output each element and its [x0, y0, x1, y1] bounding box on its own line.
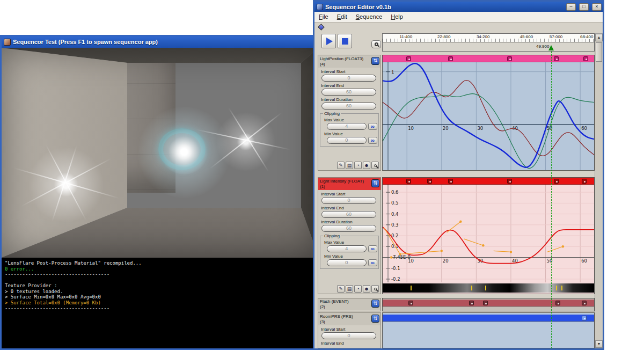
event-area-flash[interactable] — [382, 298, 595, 311]
search-icon-button[interactable] — [371, 162, 379, 169]
playhead-marker[interactable] — [548, 45, 554, 50]
editor-titlebar[interactable]: Sequencor Editor v0.1b – □ × — [314, 2, 603, 12]
keyframe-marker[interactable] — [582, 316, 587, 320]
timeline-playhead-row[interactable]: 49:900 — [382, 42, 595, 52]
tangent-handle[interactable] — [510, 251, 512, 253]
curve-editor-lightposition[interactable]: 1102030405060 — [382, 55, 595, 171]
menu-help[interactable]: Help — [386, 12, 407, 22]
menu-edit[interactable]: Edit — [333, 12, 352, 22]
track-toggle-button[interactable]: ⇅ — [371, 300, 379, 308]
stop-button[interactable] — [338, 34, 352, 48]
minimize-button[interactable]: – — [566, 3, 576, 11]
user-icon[interactable]: ☻ — [363, 162, 370, 169]
left-window-titlebar[interactable]: Sequencor Test (Press F1 to spawn sequen… — [2, 37, 319, 48]
min-value-input[interactable]: 0 — [327, 259, 367, 266]
keyframe-marker[interactable] — [582, 179, 587, 184]
curve-editor-lightintensity[interactable]: 0.60.50.40.30.20.1-7.45E-0-0.1-0.2102030… — [382, 177, 595, 294]
keyframe-marker[interactable] — [507, 179, 512, 184]
lightintensity-chart: 0.60.50.40.30.20.1-7.45E-0-0.1-0.2102030… — [383, 185, 594, 282]
axis-label: 0.6 — [391, 189, 399, 195]
keyframe-marker[interactable] — [408, 301, 413, 305]
track-header[interactable]: Light Intensity (FLOAT) (1) ⇅ — [318, 178, 380, 190]
track-header[interactable]: RoomPRS (PRS) (3) ⇅ — [318, 313, 380, 325]
scrollbar-thumb[interactable] — [596, 42, 602, 62]
keyframe-marker[interactable] — [469, 301, 474, 305]
keyframe-marker[interactable] — [555, 301, 560, 305]
keyframe-marker[interactable] — [448, 179, 453, 184]
interval-duration-input[interactable]: 60 — [321, 225, 376, 232]
min-value-input[interactable]: 0 — [327, 137, 367, 144]
interval-duration-input[interactable]: 60 — [321, 103, 376, 110]
tangent-handle[interactable] — [390, 256, 392, 258]
menu-sequence[interactable]: Sequence — [352, 12, 387, 22]
maximize-button[interactable]: □ — [579, 3, 589, 11]
max-value-input[interactable]: 4 — [327, 123, 367, 130]
tangent-handle[interactable] — [562, 245, 564, 247]
max-value-input[interactable]: 4 — [327, 245, 367, 252]
palette-icon[interactable]: ▤ — [346, 285, 353, 293]
interval-start-input[interactable]: 0 — [321, 197, 376, 204]
scroll-down-button[interactable]: ▼ — [595, 340, 603, 348]
track-bar[interactable] — [383, 55, 594, 62]
clock-icon[interactable]: ◔ — [354, 162, 362, 169]
track-toggle-button[interactable]: ⇅ — [371, 315, 379, 323]
interval-end-label: Interval End — [321, 206, 380, 210]
keyframe-marker[interactable] — [554, 56, 559, 61]
interval-end-input[interactable]: 60 — [321, 89, 376, 96]
console-line: Texture Provider : — [5, 283, 316, 289]
interval-end-input[interactable]: 60 — [321, 211, 376, 218]
keyframe-marker[interactable] — [406, 179, 411, 184]
viewport-vignette — [2, 48, 319, 258]
track-area-roomprs[interactable] — [382, 312, 595, 348]
close-button[interactable]: × — [592, 3, 602, 11]
infinity-icon: ∞ — [371, 246, 375, 252]
min-infinity-button[interactable]: ∞ — [368, 259, 377, 266]
track-bar[interactable] — [383, 178, 594, 185]
vertical-scrollbar[interactable]: ▲ ▼ — [595, 33, 603, 348]
keyframe-marker[interactable] — [554, 179, 559, 184]
max-infinity-button[interactable]: ∞ — [368, 245, 377, 252]
tangent-handle[interactable] — [459, 221, 462, 223]
keyframe-marker[interactable] — [507, 56, 512, 61]
keyframe-marker[interactable] — [448, 56, 453, 61]
track-panel-lightintensity: Light Intensity (FLOAT) (1) ⇅ Interval S… — [318, 177, 381, 294]
palette-icon[interactable]: ▤ — [346, 162, 353, 169]
keyframe-marker[interactable] — [583, 56, 588, 61]
track-count: (1) — [320, 184, 379, 189]
timeline-ruler[interactable]: 11:40022:80034:20045:60057:00068:400 — [382, 33, 595, 42]
max-value-label: Max Value — [324, 240, 377, 245]
play-button[interactable] — [321, 34, 336, 48]
max-infinity-button[interactable]: ∞ — [368, 123, 377, 130]
edit-icon[interactable]: ✎ — [337, 162, 345, 169]
tangent-handle[interactable] — [441, 250, 443, 252]
keyframe-marker[interactable] — [427, 179, 432, 184]
scroll-up-button[interactable]: ▲ — [595, 34, 603, 41]
track-header[interactable]: LightPostion (FLOAT3) (4) ⇅ — [318, 55, 380, 68]
curve-x[interactable] — [383, 81, 594, 156]
track-bar[interactable] — [383, 300, 594, 307]
zoom-button[interactable] — [371, 40, 381, 48]
keyframe-marker[interactable] — [483, 301, 488, 305]
interval-start-input[interactable]: 0 — [321, 75, 376, 82]
user-icon[interactable]: ☻ — [363, 285, 370, 293]
track-bar[interactable] — [383, 315, 594, 322]
keyframe-marker[interactable] — [582, 301, 587, 305]
axis-label: 10 — [408, 126, 414, 131]
tangent-handle[interactable] — [399, 253, 401, 255]
track-header[interactable]: Flash (EVENT) (2) ⇅ — [318, 298, 380, 310]
curve-intensity[interactable] — [383, 227, 594, 264]
search-icon-button[interactable] — [371, 285, 379, 293]
min-infinity-button[interactable]: ∞ — [368, 137, 377, 144]
compass-icon[interactable] — [318, 24, 325, 31]
clock-icon[interactable]: ◔ — [354, 285, 362, 293]
interval-start-input[interactable]: 0 — [321, 332, 376, 339]
edit-icon[interactable]: ✎ — [337, 285, 345, 293]
tangent-handle[interactable] — [482, 244, 484, 246]
clipping-group: Clipping Max Value 4 ∞ Min Value 0 ∞ — [320, 113, 379, 147]
console-line: ------------------------------------ — [5, 272, 316, 278]
track-toggle-button[interactable]: ⇅ — [371, 179, 379, 187]
3d-viewport[interactable] — [2, 48, 319, 258]
keyframe-marker[interactable] — [406, 56, 411, 61]
track-toggle-button[interactable]: ⇅ — [371, 57, 379, 65]
menu-file[interactable]: File — [314, 12, 333, 22]
